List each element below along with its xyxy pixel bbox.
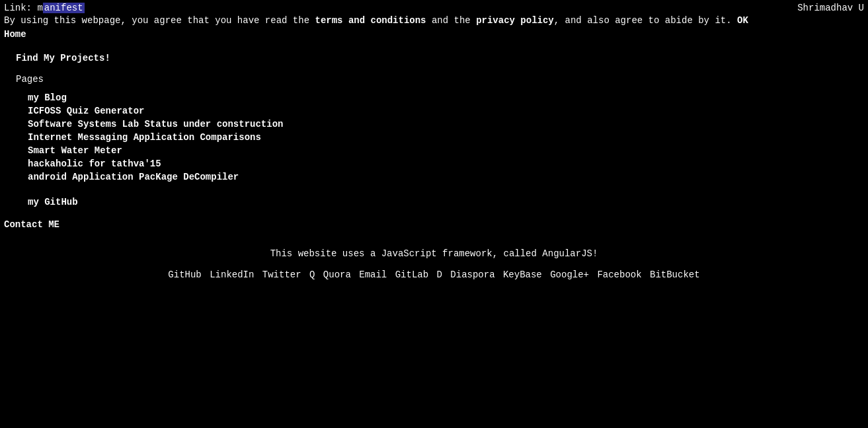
social-link-gitlab[interactable]: GitLab xyxy=(395,269,428,280)
social-link-keybase[interactable]: KeyBase xyxy=(503,269,542,280)
manifest-highlight[interactable]: anifest xyxy=(43,3,85,13)
social-link-bitbucket[interactable]: BitBucket xyxy=(650,269,700,280)
terms-text[interactable]: terms and conditions xyxy=(315,15,426,26)
social-link-q[interactable]: Q xyxy=(309,269,315,280)
find-projects-link[interactable]: Find My Projects! xyxy=(4,49,864,67)
terms-middle: and the xyxy=(426,15,477,26)
main-content: Find My Projects! Pages my BlogICFOSS Qu… xyxy=(0,44,868,214)
nav-item[interactable]: ICFOSS Quiz Generator xyxy=(28,104,840,118)
social-link-diaspora[interactable]: Diaspora xyxy=(450,269,494,280)
social-link-quora[interactable]: Quora xyxy=(323,269,351,280)
nav-item[interactable]: hackaholic for tathva'15 xyxy=(28,157,840,170)
social-link-d[interactable]: D xyxy=(437,269,442,280)
privacy-text[interactable]: privacy policy xyxy=(476,15,554,26)
social-link-github[interactable]: GitHub xyxy=(168,269,201,280)
social-link-twitter[interactable]: Twitter xyxy=(262,269,301,280)
social-link-googleplus[interactable]: Google+ xyxy=(550,269,589,280)
nav-item[interactable]: Internet Messaging Application Compariso… xyxy=(28,131,840,144)
nav-item[interactable]: android Application PacKage DeCompiler xyxy=(28,170,840,184)
footer-links: GitHub LinkedIn Twitter Q Quora Email Gi… xyxy=(4,269,864,280)
pages-label: Pages xyxy=(4,67,864,89)
ok-button[interactable]: OK xyxy=(737,15,748,26)
social-link-linkedin[interactable]: LinkedIn xyxy=(210,269,254,280)
home-link[interactable]: Home xyxy=(0,29,868,44)
footer-framework-text: This website uses a JavaScript framework… xyxy=(4,248,864,259)
footer: This website uses a JavaScript framework… xyxy=(0,235,868,287)
terms-prefix: By using this webpage, you agree that yo… xyxy=(4,15,315,26)
link-manifest-text: Link: manifest xyxy=(4,3,85,13)
terms-suffix: , and also agree to abide by it. xyxy=(554,15,732,26)
user-info: Shrimadhav U xyxy=(797,3,864,13)
social-link-email[interactable]: Email xyxy=(359,269,387,280)
nav-item[interactable]: Smart Water Meter xyxy=(28,144,840,157)
social-link-facebook[interactable]: Facebook xyxy=(597,269,641,280)
contact-me-link[interactable]: Contact ME xyxy=(0,214,868,235)
link-label: Link: m xyxy=(4,3,43,13)
nav-items-list: my BlogICFOSS Quiz GeneratorSoftware Sys… xyxy=(4,89,864,186)
nav-item[interactable]: Software Systems Lab Status under constr… xyxy=(28,118,840,131)
nav-item[interactable]: my Blog xyxy=(28,91,840,104)
terms-bar: By using this webpage, you agree that yo… xyxy=(0,13,868,29)
github-link[interactable]: my GitHub xyxy=(4,196,864,209)
